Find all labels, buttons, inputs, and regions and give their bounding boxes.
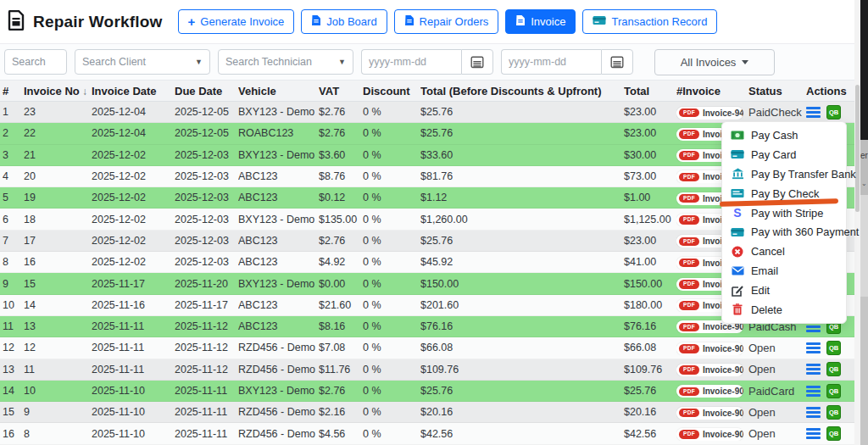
quickbooks-icon[interactable]: QB	[826, 384, 841, 398]
discount: 0 %	[363, 149, 420, 161]
invoice-no: 17	[24, 235, 92, 247]
row-actions-menu-icon[interactable]	[806, 386, 821, 397]
invoice-pdf-badge[interactable]: PDFInvoice-902-12	[676, 342, 743, 355]
menu-item-pay-cash[interactable]: Pay Cash	[722, 125, 846, 145]
vehicle: BXY123 - Demo	[238, 385, 319, 397]
invoice-badge-label: Invoice-902-11	[703, 365, 743, 375]
invoice-date: 2025-11-10	[92, 406, 175, 418]
invoice-badge-label: Invoice-902-13	[703, 322, 743, 331]
nav-button-repair-orders[interactable]: Repair Orders	[394, 9, 499, 34]
invoice-date: 2025-11-17	[92, 278, 175, 290]
pdf-icon: PDF	[679, 173, 699, 182]
nav-button-generate-invoice[interactable]: +Generate Invoice	[178, 9, 295, 34]
quickbooks-icon[interactable]: QB	[826, 426, 841, 441]
total-before: $25.76	[420, 127, 624, 139]
row-number: 12	[0, 342, 24, 353]
row-actions-menu-icon[interactable]	[806, 364, 821, 375]
invoice-actions-context-menu: Pay CashPay CardPay By Transfer BankPay …	[721, 121, 847, 324]
invoice-pdf-badge[interactable]: PDFInvoice-943-23	[676, 107, 743, 120]
invoice-badge-label: Invoice-902-8	[703, 430, 743, 439]
column-header-vehicle[interactable]: Vehicle	[238, 85, 319, 97]
calendar-icon[interactable]	[601, 49, 633, 75]
menu-item-pay-by-transfer-bank[interactable]: Pay By Transfer Bank	[722, 164, 846, 184]
menu-item-email[interactable]: Email	[722, 261, 846, 281]
topbar: Repair Workflow +Generate InvoiceJob Boa…	[0, 0, 854, 44]
total: $180.00	[624, 299, 676, 311]
invoice-date: 2025-12-02	[92, 214, 175, 225]
column-header-due-date[interactable]: Due Date	[175, 85, 238, 97]
row-actions-menu-icon[interactable]	[806, 428, 821, 439]
date-from-group	[361, 49, 493, 75]
menu-item-pay-with-360-payment[interactable]: Pay with 360 Payment	[722, 222, 846, 242]
vehicle: ABC123	[238, 320, 319, 332]
nav-button-job-board[interactable]: Job Board	[301, 9, 387, 34]
column-header-vat[interactable]: VAT	[319, 85, 363, 97]
row-actions-menu-icon[interactable]	[806, 407, 821, 418]
calendar-icon[interactable]	[461, 49, 493, 75]
invoice-no: 10	[24, 385, 92, 397]
vertical-scrollbar[interactable]	[854, 0, 860, 445]
menu-item-cancel[interactable]: Cancel	[722, 242, 846, 261]
vehicle: ABC123	[238, 256, 319, 268]
column-header-invoice-date[interactable]: Invoice Date	[92, 85, 175, 97]
total: $23.00	[624, 127, 676, 139]
quickbooks-icon[interactable]: QB	[826, 341, 841, 355]
file-icon	[404, 14, 415, 29]
status-badge: PaidCheck	[748, 106, 806, 119]
pdf-icon: PDF	[679, 430, 699, 439]
vat: $0.00	[319, 278, 363, 290]
column-header-[interactable]: #	[0, 85, 24, 97]
column-header-status[interactable]: Status	[748, 85, 806, 97]
due-date: 2025-11-12	[175, 342, 238, 353]
invoice-no: 15	[24, 278, 92, 290]
invoice-no: 20	[24, 170, 92, 182]
invoice-pdf-badge[interactable]: PDFInvoice-901-10	[676, 385, 743, 398]
row-actions-menu-icon[interactable]	[806, 107, 821, 118]
chevron-down-icon: ▼	[338, 58, 346, 66]
invoice-no: 12	[24, 342, 92, 353]
nav-button-transaction-record[interactable]: Transaction Record	[582, 9, 717, 34]
total-before: $25.76	[420, 235, 624, 247]
row-actions-menu-icon[interactable]	[806, 342, 821, 353]
vehicle: ABC123	[238, 192, 319, 203]
search-input[interactable]	[4, 49, 67, 75]
invoice-pdf-badge[interactable]: PDFInvoice-901-9	[676, 407, 743, 420]
quickbooks-icon[interactable]: QB	[826, 105, 841, 120]
column-header-total-before-discounts-upfront[interactable]: Total (Before Discounts & Upfront)	[420, 85, 624, 97]
technician-select[interactable]: Search Technician ▼	[218, 49, 353, 75]
total-before: $42.56	[420, 428, 624, 440]
total-before: $25.76	[420, 385, 624, 397]
row-number: 9	[0, 278, 24, 290]
menu-item-edit[interactable]: Edit	[722, 281, 846, 300]
column-header-invoice[interactable]: #Invoice	[676, 85, 748, 97]
vehicle: ABC123	[238, 170, 319, 182]
table-row: 1592025-11-102025-11-11RZD456 - Demo$2.1…	[0, 402, 854, 423]
invoice-date: 2025-11-11	[92, 320, 175, 332]
column-header-actions[interactable]: Actions	[806, 85, 854, 97]
total: $66.08	[624, 342, 676, 353]
menu-item-delete[interactable]: Delete	[722, 300, 846, 320]
total-before: $20.16	[420, 406, 624, 418]
column-header-total[interactable]: Total	[624, 85, 676, 97]
date-to-input[interactable]	[501, 49, 601, 75]
date-from-input[interactable]	[361, 49, 461, 75]
column-header-invoice-no[interactable]: Invoice No ↓	[24, 85, 92, 97]
invoice-no: 8	[24, 428, 92, 440]
quickbooks-icon[interactable]: QB	[826, 362, 841, 376]
file-icon	[515, 14, 526, 29]
menu-item-pay-card[interactable]: Pay Card	[722, 145, 846, 164]
invoice-no: 14	[24, 299, 92, 311]
client-select[interactable]: Search Client ▼	[75, 49, 210, 75]
row-number: 2	[0, 127, 24, 139]
scrollbar-thumb[interactable]	[855, 85, 860, 212]
nav-button-invoice[interactable]: Invoice	[505, 9, 576, 34]
column-header-discount[interactable]: Discount	[363, 85, 420, 97]
vat: $7.08	[319, 342, 363, 353]
row-number: 13	[0, 364, 24, 375]
email-icon	[731, 265, 744, 277]
invoice-filter-dropdown[interactable]: All Invoices	[654, 49, 775, 75]
invoice-pdf-badge[interactable]: PDFInvoice-902-11	[676, 364, 743, 376]
total: $1,125.00	[624, 214, 676, 225]
quickbooks-icon[interactable]: QB	[826, 405, 841, 420]
invoice-pdf-badge[interactable]: PDFInvoice-902-8	[676, 428, 743, 441]
